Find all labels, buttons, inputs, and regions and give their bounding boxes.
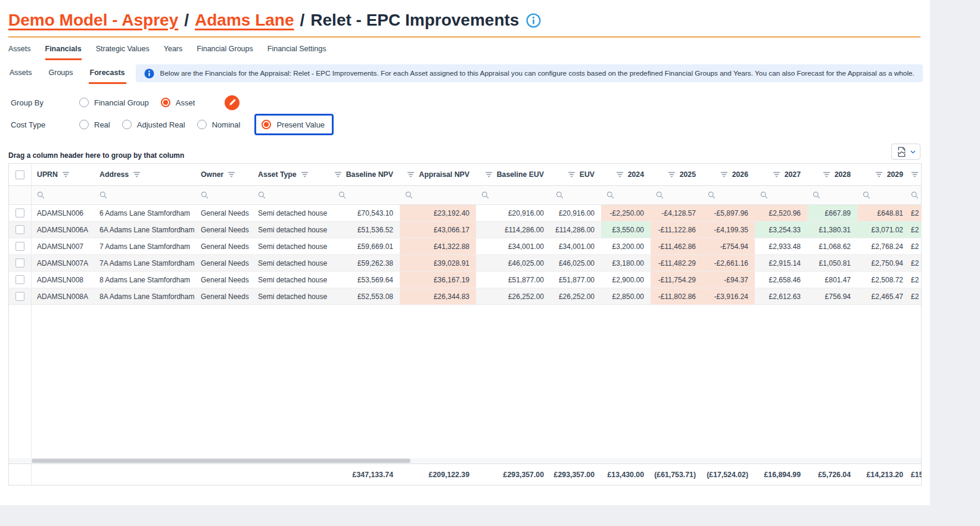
filter-cell-uprn[interactable]: [32, 186, 94, 204]
filter-cell-appraisal-npv[interactable]: [400, 186, 476, 204]
breadcrumb-model-link[interactable]: Demo Model - Asprey: [8, 11, 178, 30]
filter-cell-address[interactable]: [94, 186, 195, 204]
row-checkbox[interactable]: [15, 225, 24, 234]
column-header-owner[interactable]: Owner: [195, 164, 253, 185]
search-icon[interactable]: [37, 191, 45, 199]
column-header-2028[interactable]: 2028: [807, 164, 857, 185]
filter-cell-asset-type[interactable]: [253, 186, 333, 204]
filter-icon[interactable]: [875, 172, 883, 178]
search-icon[interactable]: [863, 191, 870, 199]
tab-financial-settings[interactable]: Financial Settings: [267, 45, 326, 60]
column-header-2029[interactable]: 2029: [857, 164, 910, 185]
tab-financial-groups[interactable]: Financial Groups: [197, 45, 253, 60]
filter-cell-baseline-euv[interactable]: [476, 186, 550, 204]
search-icon[interactable]: [813, 191, 820, 199]
filter-icon[interactable]: [668, 172, 676, 178]
filter-icon[interactable]: [720, 172, 728, 178]
table-row-adamsln008a[interactable]: ADAMSLN008A8A Adams Lane StamfordhamGene…: [9, 288, 921, 305]
row-checkbox[interactable]: [15, 259, 24, 267]
table-row-adamsln008[interactable]: ADAMSLN0088 Adams Lane StamfordhamGenera…: [9, 272, 921, 288]
column-header-label: Asset Type: [258, 170, 297, 179]
row-checkbox[interactable]: [15, 242, 24, 251]
column-header-euv[interactable]: EUV: [550, 164, 601, 185]
table-row-adamsln006[interactable]: ADAMSLN0066 Adams Lane StamfordhamGenera…: [9, 205, 921, 222]
search-icon[interactable]: [405, 191, 413, 199]
search-icon[interactable]: [338, 191, 346, 199]
search-icon[interactable]: [911, 191, 919, 199]
export-button[interactable]: [891, 144, 920, 160]
filter-cell-2028[interactable]: [807, 186, 857, 204]
column-header-label: 2029: [887, 170, 903, 179]
filter-cell-baseline-npv[interactable]: [333, 186, 400, 204]
column-header-2026[interactable]: 2026: [702, 164, 755, 185]
filter-icon[interactable]: [334, 172, 342, 178]
tab-assets[interactable]: Assets: [8, 45, 31, 60]
column-header-address[interactable]: Address: [94, 164, 195, 185]
radio-option-nominal[interactable]: Nominal: [197, 120, 241, 129]
filter-cell-2026[interactable]: [702, 186, 755, 204]
column-header-2025[interactable]: 2025: [651, 164, 702, 185]
filter-icon[interactable]: [301, 172, 309, 178]
radio-option-adjusted-real[interactable]: Adjusted Real: [122, 120, 185, 129]
row-checkbox[interactable]: [15, 208, 24, 217]
column-header-2027[interactable]: 2027: [755, 164, 807, 185]
search-icon[interactable]: [708, 191, 715, 199]
cell-appraisal-npv: £36,167.19: [400, 272, 476, 288]
tab-strategic-values[interactable]: Strategic Values: [96, 45, 150, 60]
search-icon[interactable]: [656, 191, 664, 199]
tab-years[interactable]: Years: [164, 45, 183, 60]
filter-icon[interactable]: [568, 172, 575, 178]
column-header-asset-type[interactable]: Asset Type: [253, 164, 333, 185]
column-header-baseline-npv[interactable]: Baseline NPV: [333, 164, 400, 185]
filter-icon[interactable]: [616, 172, 624, 178]
filter-icon[interactable]: [911, 172, 919, 178]
table-row-adamsln006a[interactable]: ADAMSLN006A6A Adams Lane StamfordhamGene…: [9, 222, 921, 238]
search-icon[interactable]: [481, 191, 489, 199]
filter-cell-owner[interactable]: [195, 186, 253, 204]
column-header-appraisal-npv[interactable]: Appraisal NPV: [400, 164, 476, 185]
filter-icon[interactable]: [133, 172, 141, 178]
search-icon[interactable]: [760, 191, 768, 199]
row-checkbox[interactable]: [15, 275, 24, 284]
search-icon[interactable]: [258, 191, 266, 199]
total-overflow: £15: [910, 464, 922, 485]
edit-group-button[interactable]: [225, 95, 239, 110]
filter-icon[interactable]: [62, 172, 70, 178]
search-icon[interactable]: [99, 191, 107, 199]
column-header-uprn[interactable]: UPRN: [32, 164, 94, 185]
filter-icon[interactable]: [485, 172, 493, 178]
column-header-2024[interactable]: 2024: [601, 164, 651, 185]
filter-cell-2025[interactable]: [651, 186, 702, 204]
filter-icon[interactable]: [407, 172, 415, 178]
cell-overflow: £2: [910, 288, 922, 304]
row-checkbox[interactable]: [15, 292, 24, 301]
subtab-assets[interactable]: Assets: [8, 63, 33, 84]
filter-cell-2027[interactable]: [755, 186, 807, 204]
table-row-adamsln007[interactable]: ADAMSLN0077 Adams Lane StamfordhamGenera…: [9, 238, 921, 255]
radio-option-financial-group[interactable]: Financial Group: [79, 98, 149, 107]
breadcrumb-scheme-link[interactable]: Adams Lane: [195, 11, 294, 30]
table-row-adamsln007a[interactable]: ADAMSLN007A7A Adams Lane StamfordhamGene…: [9, 255, 921, 272]
column-header-baseline-euv[interactable]: Baseline EUV: [476, 164, 550, 185]
filter-icon[interactable]: [823, 172, 830, 178]
horizontal-scrollbar[interactable]: [9, 458, 921, 463]
subtab-groups[interactable]: Groups: [48, 63, 74, 84]
info-icon[interactable]: [526, 13, 541, 28]
filter-icon[interactable]: [773, 172, 780, 178]
select-all-checkbox[interactable]: [15, 170, 24, 179]
filter-cell-euv[interactable]: [550, 186, 601, 204]
radio-option-present-value[interactable]: Present Value: [254, 114, 334, 135]
search-icon[interactable]: [201, 191, 209, 199]
subtab-forecasts[interactable]: Forecasts: [89, 63, 126, 84]
search-icon[interactable]: [556, 191, 564, 199]
filter-cell-2029[interactable]: [857, 186, 910, 204]
radio-option-asset[interactable]: Asset: [161, 98, 195, 107]
scrollbar-thumb[interactable]: [32, 459, 410, 463]
column-header-col[interactable]: [910, 164, 922, 185]
filter-icon[interactable]: [228, 172, 235, 178]
filter-cell-2024[interactable]: [601, 186, 651, 204]
filter-cell-col[interactable]: [910, 186, 922, 204]
search-icon[interactable]: [606, 191, 614, 199]
radio-option-real[interactable]: Real: [79, 120, 110, 129]
tab-financials[interactable]: Financials: [45, 45, 82, 60]
